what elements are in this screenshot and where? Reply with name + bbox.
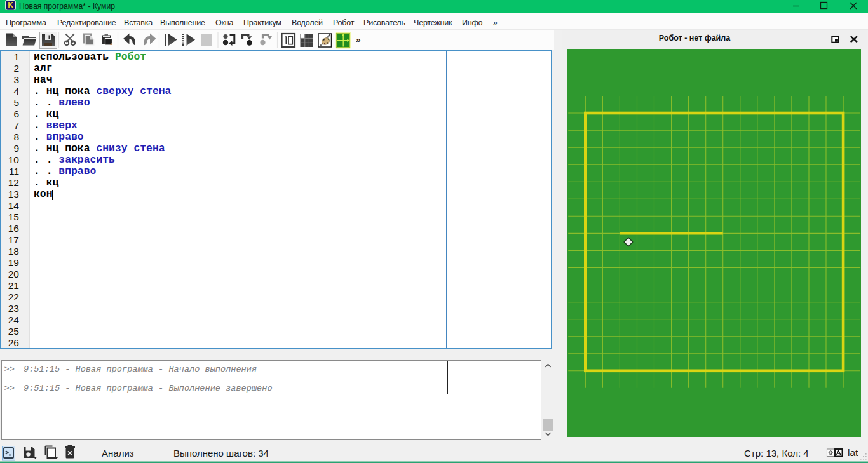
svg-text:»: » <box>356 35 361 44</box>
svg-text:K: K <box>8 1 13 10</box>
